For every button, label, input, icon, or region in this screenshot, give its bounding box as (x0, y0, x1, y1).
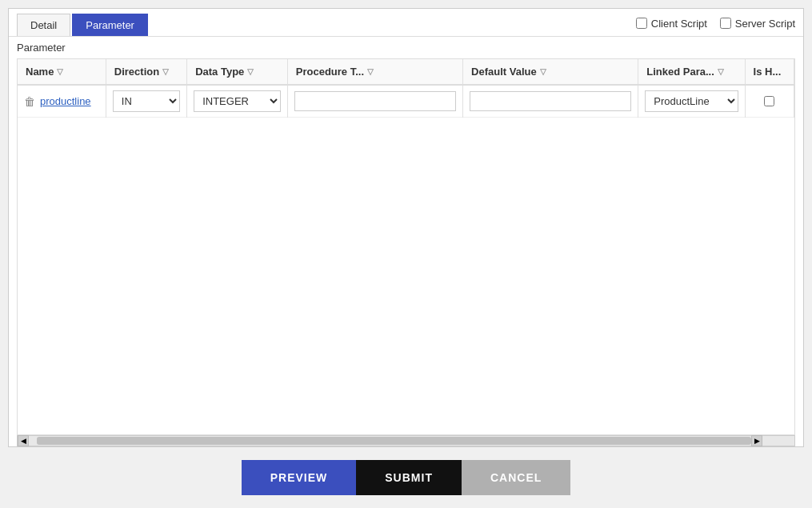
direction-filter-icon[interactable]: ▽ (162, 67, 169, 76)
name-filter-icon[interactable]: ▽ (57, 67, 63, 76)
data-type-select[interactable]: INTEGER VARCHAR BOOLEAN DATE FLOAT (194, 90, 281, 112)
table-row: 🗑 productline IN OUT INOUT INTEGE (18, 85, 794, 118)
col-linked-para: Linked Para... ▽ (638, 59, 745, 85)
default-filter-icon[interactable]: ▽ (540, 67, 546, 76)
param-name-link[interactable]: productline (40, 95, 91, 107)
client-script-checkbox[interactable] (636, 18, 647, 29)
col-direction: Direction ▽ (106, 59, 186, 85)
row-direction-cell: IN OUT INOUT (106, 85, 186, 118)
linked-filter-icon[interactable]: ▽ (718, 67, 724, 76)
direction-select[interactable]: IN OUT INOUT (113, 90, 180, 112)
col-data-type: Data Type ▽ (187, 59, 288, 85)
table-header-row: Name ▽ Direction ▽ Data Type ▽ (18, 59, 794, 85)
tab-right: Client Script Server Script (636, 18, 795, 33)
delete-icon[interactable]: 🗑 (24, 95, 35, 108)
tab-detail[interactable]: Detail (17, 14, 70, 36)
row-default-value-cell (463, 85, 638, 118)
main-container: Detail Parameter Client Script Server Sc… (8, 8, 804, 447)
server-script-checkbox[interactable] (720, 18, 731, 29)
procedure-t-input[interactable] (294, 91, 456, 111)
scroll-thumb[interactable] (37, 437, 751, 445)
col-default-value: Default Value ▽ (463, 59, 638, 85)
tab-bar: Detail Parameter Client Script Server Sc… (9, 9, 803, 37)
cancel-button[interactable]: CANCEL (462, 460, 570, 495)
scroll-left-arrow[interactable]: ◀ (18, 435, 29, 446)
client-script-option[interactable]: Client Script (636, 18, 707, 30)
server-script-label: Server Script (735, 18, 795, 30)
scroll-right-arrow[interactable]: ▶ (751, 435, 762, 446)
section-label: Parameter (9, 37, 803, 58)
parameter-table: Name ▽ Direction ▽ Data Type ▽ (18, 59, 794, 118)
procedure-filter-icon[interactable]: ▽ (367, 67, 374, 76)
row-data-type-cell: INTEGER VARCHAR BOOLEAN DATE FLOAT (187, 85, 288, 118)
is-h-checkbox[interactable] (764, 96, 774, 106)
col-name: Name ▽ (18, 59, 106, 85)
col-procedure-t: Procedure T... ▽ (287, 59, 462, 85)
row-linked-para-cell: ProductLine (638, 85, 745, 118)
client-script-label: Client Script (651, 18, 707, 30)
server-script-option[interactable]: Server Script (720, 18, 795, 30)
horizontal-scrollbar[interactable]: ◀ ▶ (17, 435, 795, 446)
submit-button[interactable]: SUBMIT (356, 460, 462, 495)
row-procedure-t-cell (287, 85, 462, 118)
tab-left: Detail Parameter (17, 14, 148, 36)
default-value-input[interactable] (470, 91, 631, 111)
table-container: Name ▽ Direction ▽ Data Type ▽ (17, 58, 795, 435)
col-is-h: Is H... (745, 59, 794, 85)
tab-parameter[interactable]: Parameter (72, 14, 148, 36)
row-name-cell: 🗑 productline (18, 85, 106, 118)
row-is-h-cell (745, 85, 794, 118)
footer: PREVIEW SUBMIT CANCEL (0, 447, 812, 508)
data-type-filter-icon[interactable]: ▽ (247, 67, 254, 76)
linked-para-select[interactable]: ProductLine (645, 90, 738, 112)
preview-button[interactable]: PREVIEW (242, 460, 357, 495)
table-body: 🗑 productline IN OUT INOUT INTEGE (18, 85, 794, 118)
